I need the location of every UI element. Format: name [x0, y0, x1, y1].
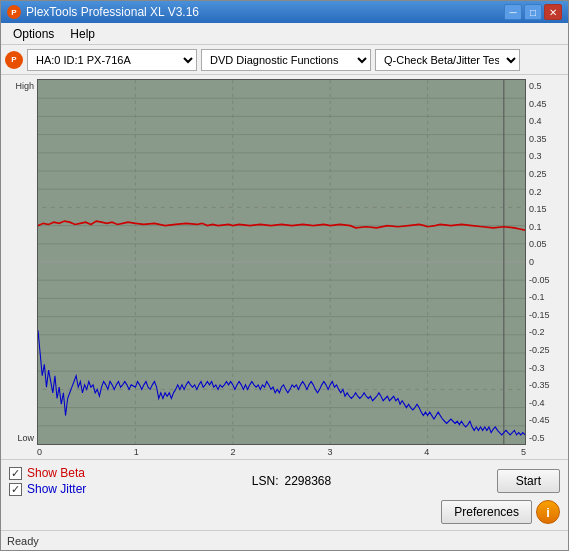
- y-label-neg0.5: -0.5: [526, 433, 564, 443]
- x-label-3: 3: [327, 447, 332, 457]
- chart-svg: [38, 80, 525, 444]
- title-controls: ─ □ ✕: [504, 4, 562, 20]
- device-icon: P: [5, 51, 23, 69]
- x-labels: 0 1 2 3 4 5: [37, 447, 526, 457]
- menu-help[interactable]: Help: [62, 25, 103, 43]
- x-label-4: 4: [424, 447, 429, 457]
- checkboxes: ✓ Show Beta ✓ Show Jitter: [9, 466, 86, 496]
- y-label-high: High: [5, 81, 37, 91]
- chart-area: High Low: [1, 75, 568, 445]
- y-label-neg0.3: -0.3: [526, 363, 564, 373]
- y-label-neg0.25: -0.25: [526, 345, 564, 355]
- menu-options[interactable]: Options: [5, 25, 62, 43]
- menu-bar: Options Help: [1, 23, 568, 45]
- y-label-0.4: 0.4: [526, 116, 564, 126]
- y-label-0.2: 0.2: [526, 187, 564, 197]
- title-bar: P PlexTools Professional XL V3.16 ─ □ ✕: [1, 1, 568, 23]
- bottom-top-row: ✓ Show Beta ✓ Show Jitter LSN: 2298368 S…: [9, 466, 560, 496]
- show-jitter-row: ✓ Show Jitter: [9, 482, 86, 496]
- show-beta-checkbox[interactable]: ✓: [9, 467, 22, 480]
- app-icon: P: [7, 5, 21, 19]
- start-button[interactable]: Start: [497, 469, 560, 493]
- y-label-neg0.05: -0.05: [526, 275, 564, 285]
- show-jitter-checkbox[interactable]: ✓: [9, 483, 22, 496]
- window-title: PlexTools Professional XL V3.16: [26, 5, 199, 19]
- main-window: P PlexTools Professional XL V3.16 ─ □ ✕ …: [0, 0, 569, 551]
- y-label-0.15: 0.15: [526, 204, 564, 214]
- y-label-neg0.35: -0.35: [526, 380, 564, 390]
- show-jitter-label: Show Jitter: [27, 482, 86, 496]
- y-axis-right: 0.5 0.45 0.4 0.35 0.3 0.25 0.2 0.15 0.1 …: [526, 79, 564, 445]
- lsn-area: LSN: 2298368: [252, 474, 331, 488]
- device-select[interactable]: HA:0 ID:1 PX-716A: [27, 49, 197, 71]
- toolbar: P HA:0 ID:1 PX-716A DVD Diagnostic Funct…: [1, 45, 568, 75]
- lsn-label: LSN:: [252, 474, 279, 488]
- function-select[interactable]: DVD Diagnostic Functions: [201, 49, 371, 71]
- bottom-bottom-row: Preferences i: [9, 500, 560, 524]
- y-label-neg0.15: -0.15: [526, 310, 564, 320]
- x-label-2: 2: [231, 447, 236, 457]
- close-button[interactable]: ✕: [544, 4, 562, 20]
- y-label-0.1: 0.1: [526, 222, 564, 232]
- y-label-0.3: 0.3: [526, 151, 564, 161]
- test-select[interactable]: Q-Check Beta/Jitter Test: [375, 49, 520, 71]
- y-label-neg0.45: -0.45: [526, 415, 564, 425]
- title-bar-left: P PlexTools Professional XL V3.16: [7, 5, 199, 19]
- minimize-button[interactable]: ─: [504, 4, 522, 20]
- bottom-panel: ✓ Show Beta ✓ Show Jitter LSN: 2298368 S…: [1, 459, 568, 530]
- status-bar: Ready: [1, 530, 568, 550]
- y-label-neg0.2: -0.2: [526, 327, 564, 337]
- x-label-0: 0: [37, 447, 42, 457]
- y-axis-left: High Low: [5, 79, 37, 445]
- y-label-0.05: 0.05: [526, 239, 564, 249]
- lsn-value: 2298368: [284, 474, 331, 488]
- y-label-0: 0: [526, 257, 564, 267]
- y-label-0.35: 0.35: [526, 134, 564, 144]
- status-text: Ready: [7, 535, 39, 547]
- chart-container: [37, 79, 526, 445]
- y-label-low: Low: [5, 433, 37, 443]
- x-axis-area: 0 1 2 3 4 5: [1, 445, 568, 459]
- y-label-0.5: 0.5: [526, 81, 564, 91]
- y-label-0.45: 0.45: [526, 99, 564, 109]
- show-beta-row: ✓ Show Beta: [9, 466, 86, 480]
- show-beta-label: Show Beta: [27, 466, 85, 480]
- y-label-neg0.1: -0.1: [526, 292, 564, 302]
- preferences-button[interactable]: Preferences: [441, 500, 532, 524]
- y-label-0.25: 0.25: [526, 169, 564, 179]
- y-label-neg0.4: -0.4: [526, 398, 564, 408]
- checkmark-beta: ✓: [11, 467, 20, 480]
- info-button[interactable]: i: [536, 500, 560, 524]
- maximize-button[interactable]: □: [524, 4, 542, 20]
- checkmark-jitter: ✓: [11, 483, 20, 496]
- x-label-5: 5: [521, 447, 526, 457]
- x-label-1: 1: [134, 447, 139, 457]
